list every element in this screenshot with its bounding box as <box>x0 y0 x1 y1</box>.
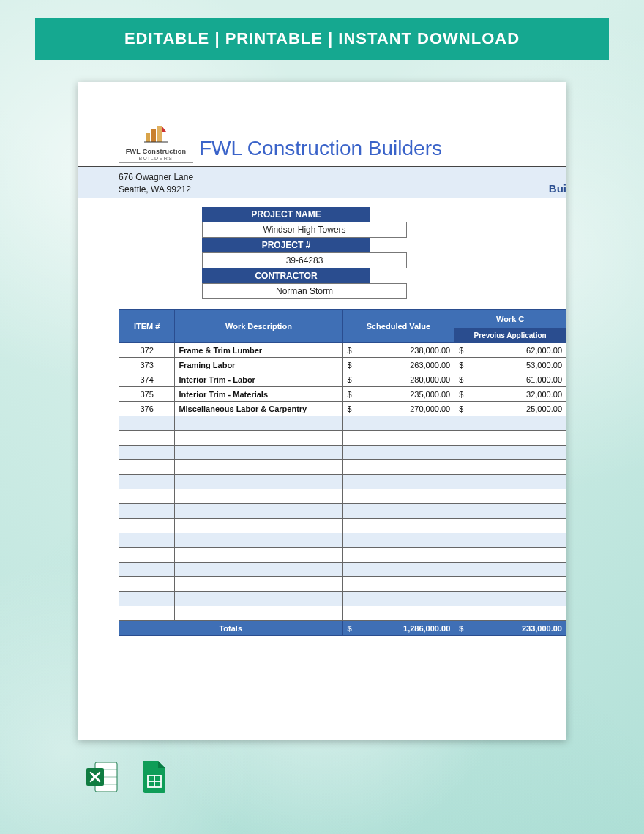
address-line-1: 676 Owagner Lane <box>119 171 566 184</box>
desc-cell: Interior Trim - Materials <box>175 387 342 402</box>
table-row-empty <box>119 460 566 475</box>
item-cell: 374 <box>119 372 175 387</box>
table-row-empty <box>119 431 566 446</box>
table-row-empty <box>119 563 566 577</box>
svg-rect-2 <box>157 126 162 142</box>
right-cutoff-text: Bui <box>549 182 566 195</box>
col-item: ITEM # <box>119 310 175 343</box>
currency-cell: $61,000.00 <box>454 372 566 387</box>
company-logo: FWL Construction BUILDERS <box>119 123 193 163</box>
item-cell: 376 <box>119 402 175 416</box>
desc-cell: Frame & Trim Lumber <box>175 343 342 358</box>
svg-marker-3 <box>162 126 166 132</box>
item-cell: 372 <box>119 343 175 358</box>
item-cell: 373 <box>119 358 175 372</box>
table-row-empty <box>119 606 566 621</box>
contractor-value: Norman Storm <box>202 283 407 299</box>
table-row: 374Interior Trim - Labor$280,000.00$61,0… <box>119 372 566 387</box>
table-row-empty <box>119 446 566 460</box>
table-row-empty <box>119 548 566 563</box>
currency-cell: $270,000.00 <box>342 402 454 416</box>
table-row-empty <box>119 416 566 431</box>
col-prev-app: Prevoius Application <box>454 328 566 343</box>
document-header: FWL Construction BUILDERS FWL Constructi… <box>78 123 566 166</box>
col-scheduled: Scheduled Value <box>342 310 454 343</box>
table-row-empty <box>119 533 566 548</box>
building-icon <box>141 123 171 143</box>
company-title: FWL Construction Builders <box>199 137 442 163</box>
project-number-label: PROJECT # <box>202 238 370 252</box>
table-row: 372Frame & Trim Lumber$238,000.00$62,000… <box>119 343 566 358</box>
currency-cell: $235,000.00 <box>342 387 454 402</box>
currency-cell: $25,000.00 <box>454 402 566 416</box>
table-row-empty <box>119 504 566 519</box>
table-row: 375Interior Trim - Materials$235,000.00$… <box>119 387 566 402</box>
currency-cell: $53,000.00 <box>454 358 566 372</box>
table-row-empty <box>119 489 566 504</box>
format-icons-row <box>85 759 171 794</box>
google-sheets-icon[interactable] <box>136 759 171 794</box>
contractor-label: CONTRACTOR <box>202 268 370 283</box>
feature-banner: EDITABLE | PRINTABLE | INSTANT DOWNLOAD <box>35 18 609 60</box>
totals-row: Totals$1,286,000.00$233,000.00 <box>119 621 566 636</box>
svg-rect-0 <box>146 133 150 142</box>
col-desc: Work Description <box>175 310 342 343</box>
currency-cell: $233,000.00 <box>454 621 566 636</box>
desc-cell: Framing Labor <box>175 358 342 372</box>
desc-cell: Miscellaneous Labor & Carpentry <box>175 402 342 416</box>
table-row: 376Miscellaneous Labor & Carpentry$270,0… <box>119 402 566 416</box>
excel-icon[interactable] <box>85 759 120 794</box>
project-name-value: Windsor High Towers <box>202 222 407 238</box>
address-line-2: Seattle, WA 99212 <box>119 184 566 196</box>
currency-cell: $280,000.00 <box>342 372 454 387</box>
currency-cell: $62,000.00 <box>454 343 566 358</box>
col-work-group: Work C <box>454 310 566 328</box>
table-row-empty <box>119 592 566 606</box>
currency-cell: $263,000.00 <box>342 358 454 372</box>
desc-cell: Interior Trim - Labor <box>175 372 342 387</box>
currency-cell: $238,000.00 <box>342 343 454 358</box>
address-band: 676 Owagner Lane Seattle, WA 99212 Bui <box>78 166 566 198</box>
logo-text-line2: BUILDERS <box>119 156 193 161</box>
currency-cell: $32,000.00 <box>454 387 566 402</box>
project-name-label: PROJECT NAME <box>202 207 370 222</box>
table-row-empty <box>119 577 566 592</box>
project-number-value: 39-64283 <box>202 252 407 268</box>
table-row-empty <box>119 475 566 489</box>
logo-text-line1: FWL Construction <box>126 148 187 155</box>
table-row-empty <box>119 519 566 533</box>
currency-cell: $1,286,000.00 <box>342 621 454 636</box>
schedule-table: ITEM # Work Description Scheduled Value … <box>119 309 566 636</box>
document-page: FWL Construction BUILDERS FWL Constructi… <box>78 82 566 740</box>
svg-rect-1 <box>151 129 156 142</box>
table-row: 373Framing Labor$263,000.00$53,000.00 <box>119 358 566 372</box>
project-info-block: PROJECT NAME Windsor High Towers PROJECT… <box>202 207 407 299</box>
item-cell: 375 <box>119 387 175 402</box>
